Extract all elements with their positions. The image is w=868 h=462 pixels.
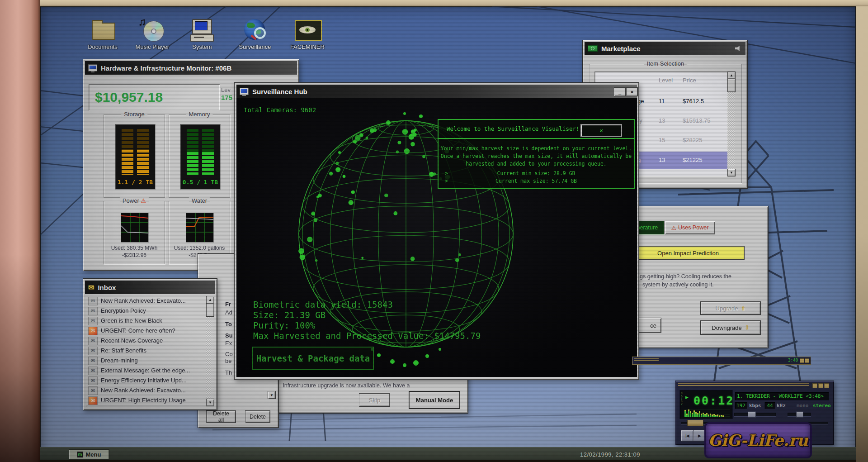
playlist-shade-bar[interactable]: 3:48 — [632, 357, 811, 365]
menu-label: Menu — [86, 451, 101, 458]
list-item[interactable]: ✉Dream-mining — [86, 356, 206, 366]
shade-button[interactable] — [818, 383, 823, 388]
delete-button[interactable]: Delete — [245, 410, 270, 423]
desktop-icon-surveillance[interactable]: Surveillance — [232, 17, 278, 50]
icon-label: Surveillance — [232, 43, 278, 50]
watermark-badge: GiG-LiFe.ru — [704, 422, 812, 458]
minimize-button[interactable] — [812, 383, 817, 388]
email-field: Th — [225, 369, 232, 376]
list-item-urgent[interactable]: ✉URGENT: High Electricity Usage — [86, 395, 206, 406]
volume-slider[interactable] — [734, 413, 776, 416]
balance-slider[interactable] — [788, 413, 811, 416]
minimize-button[interactable]: _ — [614, 87, 626, 96]
email-subject: URGENT: High Electricity Usage — [101, 397, 203, 404]
desktop-icon-faceminer[interactable]: FACEMINER — [285, 17, 330, 50]
marketplace-titlebar[interactable]: Marketplace — [585, 42, 745, 55]
downgrade-button[interactable]: Downgrade ⇩ — [700, 320, 761, 335]
item-level: 11 — [659, 98, 665, 105]
balance-thumb[interactable] — [796, 411, 803, 418]
surveillance-canvas: Total Cameras: 9602 Welcome to the Surve… — [236, 98, 637, 377]
list-item[interactable]: ✉External Message: Get the edge... — [86, 366, 206, 376]
email-subject: New Rank Achieved: Excavato... — [101, 297, 203, 304]
crt-photo-frame: Documents ♫ Music Player System Surveill… — [0, 0, 868, 462]
music-notes-icon: ♫ — [138, 15, 146, 28]
item-level: 13 — [659, 157, 665, 163]
surveillance-titlebar[interactable]: Surveillance Hub — [236, 85, 637, 98]
upgrade-button[interactable]: Upgrade ⇧ — [700, 301, 761, 315]
stat-line: Size: 21.39 GB — [253, 310, 481, 320]
close-button[interactable] — [824, 383, 829, 388]
close-button[interactable] — [805, 358, 809, 363]
envelope-icon: ✉ — [88, 396, 98, 405]
mono-indicator: mono — [797, 403, 809, 409]
delete-all-button[interactable]: Delete all — [206, 410, 236, 423]
shade-button[interactable] — [800, 358, 804, 363]
eye-image-icon — [295, 20, 322, 41]
inbox-titlebar[interactable]: ✉ Inbox — [85, 281, 215, 294]
warning-icon: ⚠ — [671, 224, 676, 231]
envelope-icon: ✉ — [88, 386, 98, 395]
storage-gauge: 1.1 / 2 TB — [115, 124, 155, 189]
list-item[interactable]: ✉Encryption Policy — [86, 306, 206, 316]
email-subject: Green is the New Black — [101, 317, 203, 324]
envelope-icon: ✉ — [88, 357, 98, 365]
manual-mode-button[interactable]: Manual Mode — [409, 391, 460, 409]
scroll-down-button[interactable]: ▼ — [206, 399, 214, 406]
volume-thumb[interactable] — [748, 411, 756, 418]
dialog-body-line: Once a harvest reaches the max size, it … — [439, 153, 634, 159]
list-item[interactable]: ✉Green is the New Black — [86, 316, 206, 326]
upgrade-label: Upgrade — [716, 305, 738, 312]
scroll-up-button[interactable]: ▲ — [206, 296, 214, 304]
dialog-body-line: Your min/max harvest size is dependent o… — [439, 145, 634, 152]
inbox-window: ✉ Inbox ✉New Rank Achieved: Excavato... … — [83, 278, 217, 410]
scroll-down-button[interactable]: ▼ — [727, 169, 736, 176]
email-field: Fr — [225, 301, 231, 308]
monitor-titlebar[interactable]: Hardware & Infrastructure Monitor: #06B — [85, 61, 297, 75]
storage-label: Storage — [121, 111, 147, 118]
scrollbar-thumb[interactable] — [727, 79, 736, 92]
power-graph — [121, 213, 148, 242]
item-price: $7612.5 — [683, 98, 704, 105]
scrollbar-thumb[interactable] — [206, 303, 214, 317]
list-item[interactable]: ✉New Rank Achieved: Excavato... — [86, 296, 206, 306]
clutterbar[interactable]: OAIDV — [681, 392, 683, 405]
cooling-description-line: system by actively cooling it. — [642, 281, 714, 288]
email-subject: Dream-mining — [101, 357, 203, 364]
envelope-icon: ✉ — [88, 376, 98, 385]
min-size-line: Current min size: 28.9 GB — [439, 170, 634, 176]
max-size-line: Current max size: 57.74 GB — [439, 178, 634, 184]
previous-button[interactable]: |◀ — [681, 430, 693, 442]
email-field: Co — [225, 351, 233, 357]
menu-button[interactable]: m Menu — [69, 449, 109, 460]
marketplace-scrollbar[interactable]: ▲ ▼ — [727, 71, 735, 176]
list-item[interactable]: ✉Energy Efficiency Initiative Upd... — [86, 376, 206, 386]
notice-text: infrastructure upgrade is now available.… — [283, 382, 432, 389]
player-titlebar[interactable] — [678, 383, 809, 387]
skip-button[interactable]: Skip — [359, 393, 390, 407]
welcome-dialog: Welcome to the Surveillance Visualiser! … — [438, 119, 635, 189]
harvest-package-button[interactable]: Harvest & Package data — [252, 347, 374, 370]
play-button[interactable]: ▶ — [693, 430, 706, 442]
seek-thumb[interactable] — [687, 420, 703, 426]
dialog-close-button[interactable]: × — [580, 124, 622, 137]
desktop-icon-music-player[interactable]: ♫ Music Player — [130, 17, 175, 50]
desktop-icon-documents[interactable]: Documents — [80, 17, 125, 50]
open-impact-prediction-button[interactable]: Open Impact Prediction — [632, 246, 745, 260]
inbox-scrollbar[interactable]: ▲ ▼ — [206, 296, 213, 406]
dropdown-button[interactable]: ▼ — [268, 391, 276, 399]
envelope-icon: ✉ — [88, 307, 98, 315]
list-item-urgent[interactable]: ✉URGENT: Come here often? — [86, 326, 206, 336]
speaker-icon[interactable] — [735, 46, 741, 52]
list-item[interactable]: ✉Re: Staff Benefits — [86, 346, 206, 356]
list-item[interactable]: ✉New Rank Achieved: Excavato... — [86, 386, 206, 396]
scroll-up-button[interactable]: ▲ — [727, 71, 736, 79]
window-title: Surveillance Hub — [252, 88, 307, 95]
lcd-display: OAIDV ▶ 00:12 — [680, 391, 732, 419]
track-title-marquee[interactable]: 1. TEKRIDER - WORKLIFE <3:48> — [735, 392, 829, 400]
desktop-icon-system[interactable]: System — [179, 17, 225, 50]
play-indicator-icon: ▶ — [685, 395, 689, 400]
list-item[interactable]: ✉Recent News Coverage — [86, 336, 206, 346]
spectrum-analyzer — [684, 409, 730, 417]
close-button[interactable]: × — [626, 87, 638, 96]
envelope-icon: ✉ — [88, 367, 98, 375]
